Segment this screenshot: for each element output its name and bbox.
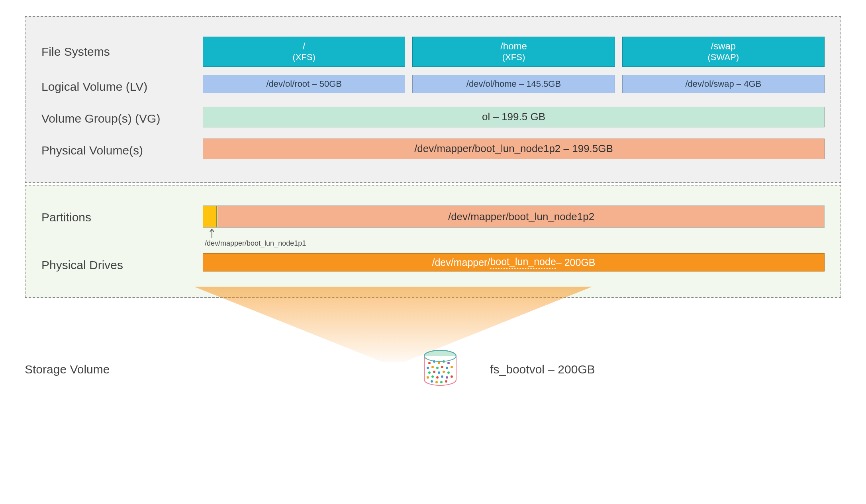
partition-p2: /dev/mapper/boot_lun_node1p2: [218, 206, 824, 227]
row-logical-volumes: Logical Volume (LV) /dev/ol/root – 50GB …: [41, 75, 825, 99]
pv-content: /dev/mapper/boot_lun_node1p2 – 199.5GB: [203, 139, 825, 162]
fs-mount: /swap: [711, 41, 736, 52]
svg-point-24: [451, 375, 453, 378]
partition-p1-label: /dev/mapper/boot_lun_node1p1: [205, 239, 306, 248]
svg-point-8: [427, 367, 429, 369]
partitions-bar: /dev/mapper/boot_lun_node1p2 /dev/mapper…: [203, 205, 825, 228]
partition-p1-callout: /dev/mapper/boot_lun_node1p1: [207, 228, 306, 248]
physical-drive-bar: /dev/mapper/boot_lun_node – 200GB: [203, 253, 825, 272]
svg-point-14: [428, 371, 431, 374]
svg-point-22: [441, 375, 443, 378]
svg-point-10: [436, 367, 439, 369]
row-physical-drives: Physical Drives /dev/mapper/boot_lun_nod…: [41, 253, 825, 277]
pd-content: /dev/mapper/boot_lun_node – 200GB: [203, 253, 825, 277]
svg-point-28: [445, 380, 447, 383]
svg-point-13: [451, 366, 453, 368]
lv-home: /dev/ol/home – 145.5GB: [412, 75, 615, 93]
label-physical-volumes: Physical Volume(s): [41, 144, 193, 157]
label-filesystems: File Systems: [41, 45, 193, 59]
svg-point-15: [433, 371, 435, 373]
vg-ol: ol – 199.5 GB: [203, 107, 825, 127]
partition-p1: [203, 206, 217, 227]
fs-type: (XFS): [502, 52, 525, 63]
row-partitions: Partitions /dev/mapper/boot_lun_node1p2 …: [41, 205, 825, 229]
svg-point-19: [427, 376, 429, 379]
fs-home: /home (XFS): [412, 37, 615, 67]
storage-cylinder-icon: [422, 350, 458, 389]
vg-content: ol – 199.5 GB: [203, 107, 825, 131]
svg-point-27: [440, 381, 443, 383]
fs-swap: /swap (SWAP): [622, 37, 825, 67]
svg-point-7: [447, 362, 450, 364]
lv-swap: /dev/ol/swap – 4GB: [622, 75, 825, 93]
row-storage-volume: Storage Volume fs_bootvol – 200GB: [25, 350, 841, 389]
row-volume-groups: Volume Group(s) (VG) ol – 199.5 GB: [41, 107, 825, 131]
label-storage-volume: Storage Volume: [25, 363, 176, 376]
svg-point-25: [431, 380, 433, 383]
label-partitions: Partitions: [41, 211, 193, 224]
svg-point-5: [438, 362, 440, 364]
pd-mid: boot_lun_node: [490, 256, 556, 269]
svg-point-11: [441, 366, 443, 368]
row-filesystems: File Systems / (XFS) /home (XFS) /swap (…: [41, 37, 825, 67]
svg-point-12: [446, 367, 448, 369]
svg-point-3: [428, 362, 431, 364]
hardware-layers-panel: Partitions /dev/mapper/boot_lun_node1p2 …: [25, 185, 841, 298]
fs-type: (XFS): [292, 52, 315, 63]
svg-point-21: [436, 376, 439, 379]
storage-volume-text: fs_bootvol – 200GB: [490, 363, 595, 376]
svg-point-9: [431, 366, 434, 368]
svg-point-26: [435, 381, 438, 383]
pd-prefix: /dev/mapper/: [432, 257, 490, 268]
svg-point-17: [443, 371, 445, 373]
svg-point-20: [431, 375, 434, 378]
lv-root: /dev/ol/root – 50GB: [203, 75, 405, 93]
fs-mount: /: [303, 41, 306, 52]
fs-mount: /home: [500, 41, 527, 52]
filesystems-content: / (XFS) /home (XFS) /swap (SWAP): [203, 37, 825, 67]
svg-point-23: [446, 376, 448, 379]
row-physical-volumes: Physical Volume(s) /dev/mapper/boot_lun_…: [41, 139, 825, 162]
svg-point-16: [438, 371, 440, 374]
lvm-storage-diagram: File Systems / (XFS) /home (XFS) /swap (…: [25, 16, 841, 389]
storage-content: fs_bootvol – 200GB: [176, 350, 841, 389]
arrow-up-icon: [209, 228, 215, 238]
label-physical-drives: Physical Drives: [41, 258, 193, 272]
label-logical-volume: Logical Volume (LV): [41, 80, 193, 94]
pv-node1p2: /dev/mapper/boot_lun_node1p2 – 199.5GB: [203, 139, 825, 159]
lvm-layers-panel: File Systems / (XFS) /home (XFS) /swap (…: [25, 16, 841, 183]
fs-type: (SWAP): [708, 52, 739, 63]
lv-content: /dev/ol/root – 50GB /dev/ol/home – 145.5…: [203, 75, 825, 99]
fs-root: / (XFS): [203, 37, 405, 67]
partition-p2-label: /dev/mapper/boot_lun_node1p2: [448, 211, 594, 223]
svg-point-18: [447, 371, 450, 374]
pd-suffix: – 200GB: [556, 257, 596, 268]
partitions-content: /dev/mapper/boot_lun_node1p2 /dev/mapper…: [203, 205, 825, 229]
label-volume-groups: Volume Group(s) (VG): [41, 112, 193, 125]
